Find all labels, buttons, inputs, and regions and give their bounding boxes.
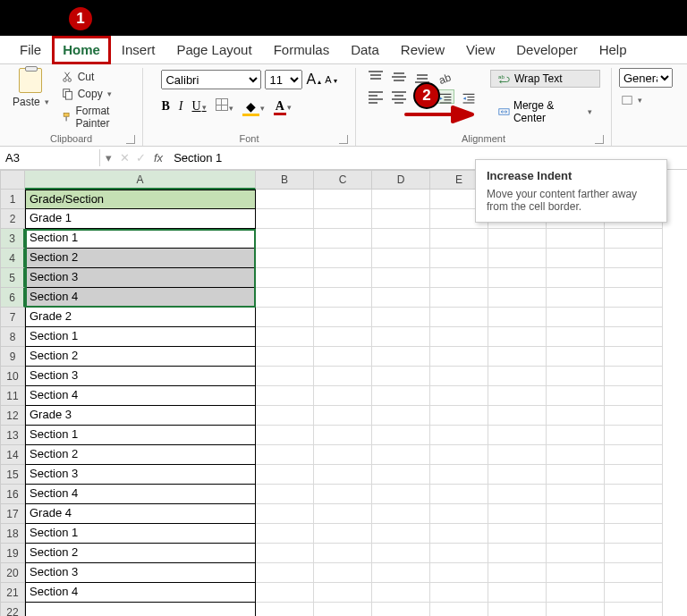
- row-header[interactable]: 7: [0, 308, 25, 327]
- cell[interactable]: [256, 504, 314, 524]
- cell[interactable]: [547, 524, 605, 544]
- wrap-text-button[interactable]: ab Wrap Text: [490, 70, 600, 88]
- cell[interactable]: [547, 308, 605, 327]
- cell[interactable]: [488, 465, 547, 485]
- cell[interactable]: [256, 288, 314, 308]
- cell[interactable]: [256, 190, 314, 209]
- cell[interactable]: [605, 426, 663, 445]
- cell[interactable]: [430, 249, 488, 268]
- align-center-button[interactable]: [390, 89, 408, 104]
- cell[interactable]: [488, 504, 547, 524]
- cell[interactable]: [547, 406, 605, 426]
- tab-data[interactable]: Data: [340, 36, 390, 64]
- cell[interactable]: [314, 386, 372, 406]
- cell[interactable]: [430, 465, 488, 485]
- cell[interactable]: Section 2: [25, 249, 256, 268]
- cell[interactable]: [372, 327, 430, 347]
- cell[interactable]: [430, 485, 488, 504]
- column-header[interactable]: B: [256, 170, 314, 190]
- cell[interactable]: [547, 386, 605, 406]
- decrease-font-button[interactable]: A▾: [325, 74, 336, 85]
- row-header[interactable]: 4: [0, 249, 25, 268]
- cell[interactable]: [547, 583, 605, 603]
- cell[interactable]: [488, 563, 547, 583]
- cell[interactable]: Section 2: [25, 347, 256, 367]
- cell[interactable]: [605, 229, 663, 249]
- font-color-button[interactable]: A▾: [274, 99, 292, 114]
- cell[interactable]: Section 1: [25, 524, 256, 544]
- cell[interactable]: [256, 268, 314, 288]
- decrease-indent-button[interactable]: [460, 89, 478, 104]
- cancel-formula-button[interactable]: ✕: [116, 151, 132, 165]
- tab-review[interactable]: Review: [390, 36, 455, 64]
- paste-icon[interactable]: [19, 68, 42, 93]
- borders-button[interactable]: ▾: [216, 98, 233, 114]
- align-top-button[interactable]: [367, 70, 385, 84]
- cell[interactable]: [372, 386, 430, 406]
- cell[interactable]: [314, 504, 372, 524]
- cell[interactable]: [372, 367, 430, 386]
- cell[interactable]: [314, 485, 372, 504]
- cell[interactable]: [256, 327, 314, 347]
- cell[interactable]: [372, 465, 430, 485]
- cell[interactable]: Section 3: [25, 465, 256, 485]
- cell[interactable]: [314, 563, 372, 583]
- name-box[interactable]: A3: [0, 149, 100, 166]
- cell[interactable]: [256, 563, 314, 583]
- row-header[interactable]: 9: [0, 347, 25, 367]
- tab-home[interactable]: Home: [52, 36, 111, 64]
- cell[interactable]: [372, 308, 430, 327]
- cell[interactable]: [430, 268, 488, 288]
- cell[interactable]: [547, 249, 605, 268]
- cell[interactable]: [372, 583, 430, 603]
- row-header[interactable]: 8: [0, 327, 25, 347]
- row-header[interactable]: 14: [0, 445, 25, 465]
- cell[interactable]: [547, 504, 605, 524]
- cell[interactable]: [372, 544, 430, 563]
- cell[interactable]: [314, 249, 372, 268]
- row-header[interactable]: 21: [0, 583, 25, 603]
- cell[interactable]: [430, 367, 488, 386]
- select-all-corner[interactable]: [0, 170, 25, 190]
- cell[interactable]: [372, 288, 430, 308]
- cell[interactable]: [488, 426, 547, 445]
- cell[interactable]: [314, 465, 372, 485]
- row-header[interactable]: 5: [0, 268, 25, 288]
- cell[interactable]: [314, 209, 372, 229]
- row-header[interactable]: 1: [0, 190, 25, 209]
- tab-developer[interactable]: Developer: [505, 36, 588, 64]
- cell[interactable]: [372, 249, 430, 268]
- row-header[interactable]: 17: [0, 504, 25, 524]
- fx-icon[interactable]: fx: [148, 151, 168, 165]
- cell[interactable]: [430, 327, 488, 347]
- cell[interactable]: Section 4: [25, 386, 256, 406]
- cell[interactable]: [605, 445, 663, 465]
- cell[interactable]: [256, 406, 314, 426]
- cell[interactable]: [372, 426, 430, 445]
- cell[interactable]: [25, 603, 256, 616]
- cell[interactable]: [430, 426, 488, 445]
- cell[interactable]: [547, 229, 605, 249]
- cell[interactable]: Section 2: [25, 544, 256, 563]
- cell[interactable]: [547, 288, 605, 308]
- cell[interactable]: [372, 504, 430, 524]
- name-box-dropdown[interactable]: ▾: [100, 151, 116, 165]
- cell[interactable]: [547, 445, 605, 465]
- cell[interactable]: [488, 524, 547, 544]
- cell[interactable]: Grade/Section: [25, 190, 256, 209]
- cell[interactable]: [256, 386, 314, 406]
- cell[interactable]: [547, 327, 605, 347]
- cell[interactable]: [314, 524, 372, 544]
- cell[interactable]: [256, 445, 314, 465]
- cell[interactable]: Section 1: [25, 426, 256, 445]
- cell[interactable]: [256, 308, 314, 327]
- row-header[interactable]: 6: [0, 288, 25, 308]
- cell[interactable]: [256, 485, 314, 504]
- row-header[interactable]: 22: [0, 603, 25, 616]
- cell[interactable]: [256, 465, 314, 485]
- cell[interactable]: [256, 603, 314, 616]
- cell[interactable]: [605, 288, 663, 308]
- italic-button[interactable]: I: [179, 99, 183, 114]
- cell[interactable]: [488, 603, 547, 616]
- tab-insert[interactable]: Insert: [111, 36, 166, 64]
